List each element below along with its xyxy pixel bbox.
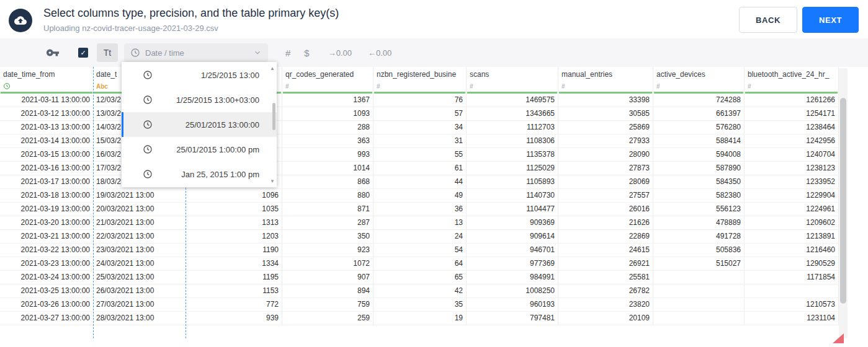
format-option-label: 25/01/2015 1:00:00 pm	[176, 145, 259, 154]
table-cell: 1334	[186, 257, 282, 270]
table-cell: 27557	[558, 189, 653, 202]
table-cell: 1104477	[467, 203, 558, 216]
table-cell: 61	[374, 162, 467, 175]
table-row: 2021-03-26 13:00:0027/03/2021 13:0077275…	[0, 298, 839, 312]
table-cell: 24615	[558, 244, 653, 257]
format-option-label: 1/25/2015 13:00+03:00	[176, 95, 259, 105]
column-name: date_time_from	[3, 70, 90, 79]
table-cell: 909369	[467, 216, 558, 229]
table-cell: 2021-03-22 13:00:00	[0, 244, 93, 257]
vertical-scrollbar-thumb[interactable]	[840, 98, 846, 304]
number-type-indicator: #	[285, 82, 370, 90]
table-cell: 57	[374, 107, 467, 120]
format-option[interactable]: 1/25/2015 13:00+03:00	[122, 87, 277, 112]
clock-icon	[143, 95, 153, 105]
header-titles: Select columns type, precision, and the …	[43, 7, 739, 33]
decrease-decimal-icon[interactable]: ←0.00	[368, 48, 391, 58]
datetime-format-select[interactable]: Date / time	[124, 43, 268, 62]
table-row: 2021-03-21 13:00:0022/03/2021 13:0012033…	[0, 230, 839, 244]
table-cell: 1203	[186, 230, 282, 243]
table-cell: 478889	[653, 216, 745, 229]
number-type-indicator: #	[748, 82, 835, 90]
table-row: 2021-03-25 13:00:0026/03/2021 13:0011538…	[0, 284, 839, 298]
column-header-bluetooth_active_24_hr_[interactable]: bluetooth_active_24_hr_#	[745, 67, 839, 94]
table-cell: 1096	[186, 189, 282, 202]
format-option[interactable]: Jan 25, 2015 1:00 pm	[122, 162, 277, 187]
table-cell: 1254171	[745, 107, 839, 120]
table-cell: 584350	[653, 175, 745, 188]
table-cell: 23/03/2021 13:00	[93, 244, 186, 257]
table-cell: 1229904	[745, 189, 839, 202]
table-cell: 594008	[653, 148, 745, 161]
table-cell: 13	[374, 216, 467, 229]
table-cell: 868	[282, 175, 374, 188]
primary-key-icon[interactable]	[46, 46, 60, 59]
column-name: scans	[470, 70, 555, 79]
column-header-manual_entries[interactable]: manual_entries#	[558, 67, 653, 94]
table-cell	[653, 284, 745, 297]
increase-decimal-icon[interactable]: →0.00	[328, 48, 352, 58]
table-cell: 1238123	[745, 162, 839, 175]
table-row: 2021-03-22 13:00:0023/03/2021 13:0011909…	[0, 244, 839, 257]
column-name: qr_codes_generated	[285, 70, 370, 79]
datetime-type-icon	[3, 82, 90, 90]
table-row: 2021-03-27 13:00:0028/03/2021 13:0093925…	[0, 312, 839, 325]
table-cell: 25/03/2021 13:00	[93, 271, 186, 284]
table-cell: 1240704	[745, 148, 839, 161]
scroll-up-arrow-icon[interactable]: ▲	[270, 66, 275, 71]
vertical-scrollbar[interactable]	[839, 68, 848, 338]
table-cell: 35	[374, 298, 467, 311]
column-header-qr_codes_generated[interactable]: qr_codes_generated#	[282, 67, 374, 94]
scroll-corner-marker	[833, 333, 844, 343]
table-cell: 1093	[282, 107, 374, 120]
text-type-button[interactable]: Tt	[97, 43, 118, 62]
table-cell: 1367	[282, 94, 374, 107]
currency-type-icon[interactable]: $	[304, 48, 309, 58]
csv-upload-wizard: Select columns type, precision, and the …	[0, 0, 868, 347]
format-option[interactable]: 1/25/2015 13:00	[122, 63, 277, 87]
parse-ok-bar	[654, 92, 743, 94]
table-cell: 505836	[653, 244, 745, 257]
table-cell: 1108306	[467, 134, 558, 147]
column-header-nzbn_registered_busine[interactable]: nzbn_registered_busine#	[374, 67, 467, 94]
table-cell: 2021-03-25 13:00:00	[0, 284, 93, 297]
table-cell: 661397	[653, 107, 745, 120]
table-cell: 1140730	[467, 189, 558, 202]
table-cell: 64	[374, 257, 467, 270]
table-cell: 1072	[282, 257, 374, 270]
table-cell: 1135378	[467, 148, 558, 161]
format-option[interactable]: 25/01/2015 1:00:00 pm	[122, 137, 277, 162]
table-cell: 54	[374, 244, 467, 257]
number-type-indicator: #	[377, 82, 463, 90]
table-cell: 1313	[186, 216, 282, 229]
table-cell: 894	[282, 284, 374, 297]
table-cell: 20109	[558, 312, 653, 325]
next-button[interactable]: NEXT	[802, 7, 859, 33]
format-option[interactable]: 25/01/2015 13:00:00	[122, 112, 277, 137]
back-button[interactable]: BACK	[739, 7, 797, 33]
table-cell: 2021-03-14 13:00:00	[0, 134, 93, 147]
column-header-scans[interactable]: scans#	[467, 67, 558, 94]
table-row: 2021-03-23 13:00:0024/03/2021 13:0013341…	[0, 257, 839, 271]
table-cell: 21/03/2021 13:00	[93, 216, 186, 229]
table-cell: 1125029	[467, 162, 558, 175]
table-cell: 2021-03-17 13:00:00	[0, 175, 93, 188]
table-cell: 1195	[186, 271, 282, 284]
table-cell: 1343665	[467, 107, 558, 120]
table-cell: 1209602	[745, 216, 839, 229]
clock-icon	[143, 144, 153, 154]
table-cell: 28090	[558, 148, 653, 161]
include-column-checkbox[interactable]: ✓	[78, 48, 88, 58]
page-title: Select columns type, precision, and the …	[43, 7, 739, 20]
table-row: 2021-03-18 13:00:0019/03/2021 13:0010968…	[0, 189, 839, 203]
table-cell: 27873	[558, 162, 653, 175]
column-header-active_devices[interactable]: active_devices#	[653, 67, 745, 94]
number-type-icon[interactable]: #	[285, 48, 290, 58]
table-cell: 1224961	[745, 203, 839, 216]
clock-icon	[130, 48, 140, 58]
scroll-down-arrow-icon[interactable]: ▼	[270, 178, 275, 184]
table-cell: 24/03/2021 13:00	[93, 257, 186, 270]
table-cell: 36	[374, 203, 467, 216]
column-header-date_time_from[interactable]: date_time_from	[0, 67, 93, 94]
dropdown-scrollbar-thumb[interactable]	[272, 103, 275, 130]
